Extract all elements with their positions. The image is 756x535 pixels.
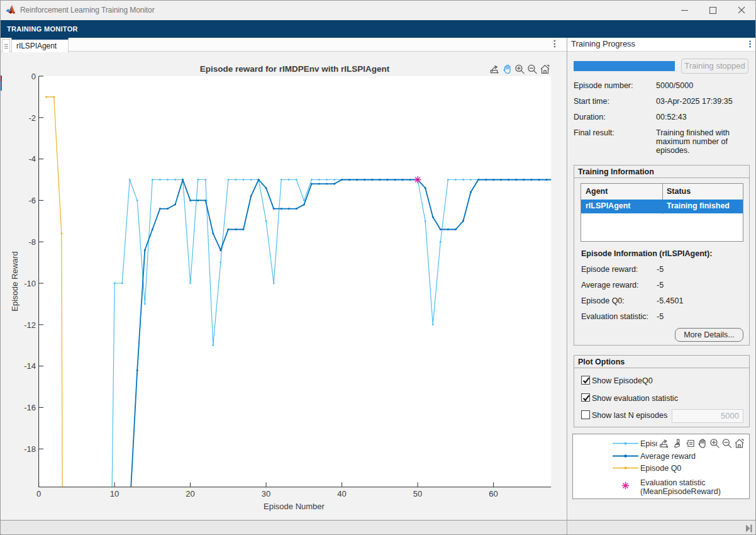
svg-text:Episode Reward: Episode Reward [10,251,19,311]
svg-text:Episode reward for rIMDPEnv wi: Episode reward for rIMDPEnv with rILSPIA… [200,64,390,74]
svg-text:-14: -14 [24,361,36,371]
svg-text:-8: -8 [28,237,36,247]
svg-text:10: 10 [110,489,119,498]
svg-text:-10: -10 [24,279,36,288]
svg-text:Average reward: Average reward [640,452,696,461]
svg-text:-6: -6 [28,196,36,205]
svg-text:20: 20 [186,489,194,498]
svg-text:-12: -12 [24,320,36,330]
svg-text:Episode Number: Episode Number [264,502,325,511]
svg-text:60: 60 [489,489,498,498]
svg-text:-16: -16 [24,403,36,412]
svg-text:-4: -4 [28,154,36,164]
svg-text:40: 40 [337,489,346,498]
svg-text:-2: -2 [28,113,36,123]
svg-text:Evaluation statistic: Evaluation statistic [640,478,706,487]
svg-text:Episode Q0: Episode Q0 [640,464,681,473]
svg-text:-18: -18 [24,444,36,454]
svg-text:50: 50 [413,489,422,498]
svg-text:0: 0 [31,72,36,81]
svg-text:(MeanEpisodeReward): (MeanEpisodeReward) [640,487,721,496]
svg-text:30: 30 [262,489,270,498]
svg-text:0: 0 [36,489,41,498]
